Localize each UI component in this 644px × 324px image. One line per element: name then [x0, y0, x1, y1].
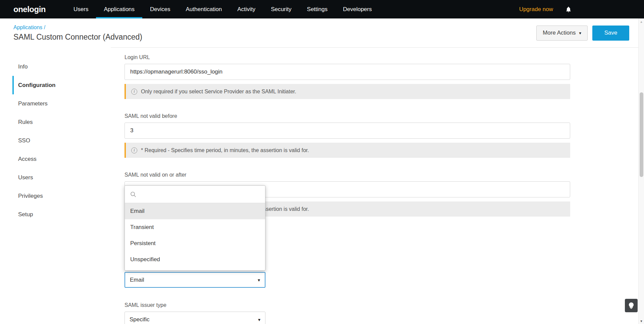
configuration-panel: Login URL i Only required if you select …: [111, 47, 644, 324]
help-lightbulb-button[interactable]: [625, 299, 638, 312]
sidebar-item-privileges[interactable]: Privileges: [12, 187, 111, 205]
upgrade-now-link[interactable]: Upgrade now: [519, 6, 553, 13]
top-navbar: onelogin Users Applications Devices Auth…: [0, 0, 644, 18]
page-title: SAML Custom Connector (Advanced): [13, 33, 142, 42]
field-not-valid-on-or-after: SAML not valid on or after i * Required …: [125, 172, 570, 217]
nameid-select[interactable]: Email ▾: [125, 272, 265, 288]
dropdown-search-input[interactable]: [125, 186, 265, 203]
field-label-not-valid-on-or-after: SAML not valid on or after: [125, 172, 570, 178]
primary-nav: Users Applications Devices Authenticatio…: [66, 0, 380, 18]
more-actions-button[interactable]: More Actions ▾: [536, 26, 588, 41]
search-icon: [130, 191, 137, 198]
more-actions-label: More Actions: [543, 30, 576, 36]
nameid-dropdown-panel: Email Transient Persistent Unspecified: [125, 185, 265, 271]
header-actions: More Actions ▾ Save: [536, 26, 629, 41]
sidebar-item-parameters[interactable]: Parameters: [12, 94, 111, 113]
not-valid-before-note: i * Required - Specifies time period, in…: [125, 143, 570, 158]
dropdown-search-row: [125, 186, 265, 203]
field-label-login-url: Login URL: [125, 54, 570, 60]
login-url-note: i Only required if you select Service Pr…: [125, 84, 570, 99]
saml-not-valid-before-input[interactable]: [125, 123, 570, 139]
login-url-input[interactable]: [125, 64, 570, 80]
field-nameid: Email ▾: [125, 272, 570, 288]
sidebar-item-configuration[interactable]: Configuration: [12, 76, 111, 94]
sidebar: Info Configuration Parameters Rules SSO …: [0, 47, 111, 324]
nav-item-applications[interactable]: Applications: [96, 0, 142, 18]
main-area: Info Configuration Parameters Rules SSO …: [0, 47, 644, 324]
scrollbar[interactable]: ▴ ▾: [638, 18, 644, 324]
field-issuer-type: SAML issuer type Specific ▾: [125, 302, 570, 324]
field-label-not-valid-before: SAML not valid before: [125, 113, 570, 119]
nav-item-developers[interactable]: Developers: [335, 0, 380, 18]
issuer-type-selected-value: Specific: [130, 316, 150, 323]
sidebar-item-access[interactable]: Access: [12, 150, 111, 168]
field-label-issuer-type: SAML issuer type: [125, 302, 570, 308]
nav-item-security[interactable]: Security: [263, 0, 299, 18]
nav-item-activity[interactable]: Activity: [230, 0, 263, 18]
nav-item-users[interactable]: Users: [66, 0, 96, 18]
dropdown-options-list: Email Transient Persistent Unspecified: [125, 203, 265, 268]
caret-down-icon: ▾: [258, 277, 260, 283]
scroll-up-icon[interactable]: ▴: [639, 19, 644, 24]
nav-item-devices[interactable]: Devices: [142, 0, 178, 18]
configuration-form: Login URL i Only required if you select …: [125, 54, 570, 324]
nav-item-settings[interactable]: Settings: [299, 0, 335, 18]
navbar-right: Upgrade now: [519, 0, 572, 18]
nameid-selected-value: Email: [130, 277, 144, 283]
notifications-button[interactable]: [565, 6, 572, 13]
field-not-valid-before: SAML not valid before i * Required - Spe…: [125, 113, 570, 158]
issuer-type-select[interactable]: Specific ▾: [125, 312, 265, 324]
page-header: Applications / SAML Custom Connector (Ad…: [0, 18, 644, 47]
breadcrumb[interactable]: Applications /: [13, 25, 142, 31]
sidebar-item-rules[interactable]: Rules: [12, 113, 111, 131]
lightbulb-icon: [629, 302, 634, 309]
dropdown-option-transient[interactable]: Transient: [125, 219, 265, 235]
nav-item-authentication[interactable]: Authentication: [178, 0, 230, 18]
dropdown-option-email[interactable]: Email: [125, 203, 265, 219]
scroll-down-icon[interactable]: ▾: [639, 319, 644, 323]
info-icon: i: [131, 147, 137, 153]
sidebar-item-users[interactable]: Users: [12, 168, 111, 187]
caret-down-icon: ▾: [579, 31, 581, 36]
scrollbar-thumb[interactable]: [640, 92, 643, 177]
sidebar-item-info[interactable]: Info: [12, 57, 111, 76]
bell-icon: [565, 6, 572, 13]
page-header-titles: Applications / SAML Custom Connector (Ad…: [13, 25, 142, 42]
onelogin-logo[interactable]: onelogin: [0, 0, 66, 18]
not-valid-before-note-text: * Required - Specifies time period, in m…: [141, 147, 309, 153]
caret-down-icon: ▾: [258, 317, 260, 322]
sidebar-item-sso[interactable]: SSO: [12, 131, 111, 150]
sidebar-item-setup[interactable]: Setup: [12, 205, 111, 224]
info-icon: i: [131, 89, 137, 95]
dropdown-option-unspecified[interactable]: Unspecified: [125, 251, 265, 268]
login-url-note-text: Only required if you select Service Prov…: [141, 89, 296, 95]
dropdown-option-persistent[interactable]: Persistent: [125, 235, 265, 251]
save-button[interactable]: Save: [592, 26, 629, 41]
field-login-url: Login URL i Only required if you select …: [125, 54, 570, 99]
